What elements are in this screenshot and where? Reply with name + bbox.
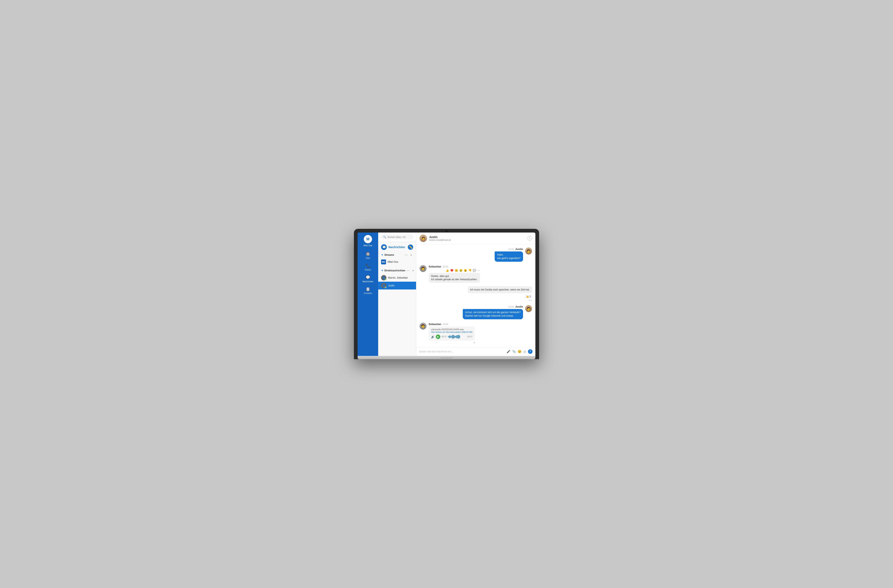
reaction-chat-icon[interactable]: 💬	[473, 269, 476, 272]
msg-content-justin-2: 10:54 Justin Achso, sie kümmert sich um …	[463, 305, 523, 319]
compose-button[interactable]: ✏️	[408, 244, 413, 250]
voice-note: voicenote-20220218114420.wav Hier klicke…	[428, 327, 475, 340]
sidebar-label-start: Start	[365, 257, 370, 259]
msg-bubble-justin-1: Hallo,wie geht's eigentlich?	[495, 252, 523, 262]
reaction-thumbsup-icon[interactable]: 👍	[446, 269, 449, 272]
chat-header-actions: i	[528, 236, 532, 240]
reaction-thumbsdown-icon[interactable]: 👎	[468, 269, 472, 272]
dm-add-button[interactable]: +	[411, 268, 415, 273]
microphone-button[interactable]: 🎤	[507, 350, 511, 353]
info-button[interactable]: i	[528, 236, 532, 240]
chat-input-area: 🎤 📎 😊 @ ?	[416, 347, 535, 356]
reaction-sad-icon[interactable]: 😢	[459, 269, 463, 272]
dm-section-header: ▼ Direktnachrichten ⋯ +	[378, 267, 416, 274]
app-logo-letter: M	[367, 237, 370, 242]
msg-avatar-sebastian-voice: 🧑	[419, 322, 427, 330]
reaction-heart-icon[interactable]: ❤️	[450, 269, 454, 272]
msg-sender-sebastian-voice: Sebastian	[428, 322, 441, 326]
search-bar: 🔍	[378, 232, 416, 242]
laptop-base	[358, 356, 535, 359]
sidebar-label-telefon: Telefon	[365, 269, 371, 271]
reaction-more-icon[interactable]: ⋯	[477, 269, 480, 272]
streams-more-button[interactable]: ⋯	[404, 253, 408, 257]
msg-meta-sebastian-1: Sebastian 10:54	[428, 265, 480, 268]
chat-header: 🧑 Justin meine-email@mail.de i	[416, 232, 535, 244]
sidebar-item-start[interactable]: 🏠 Start	[358, 250, 378, 261]
stream-item-mitelone[interactable]: MO Mitel One	[378, 258, 416, 266]
standalone-message-wrapper: Ich muss mit Cecilia noch sprechen, wenn…	[419, 286, 532, 302]
search-wrapper[interactable]: 🔍	[381, 235, 413, 240]
app-container: M Mitel One 🏠 Start 📞 Telefon 💬 Nachrich…	[358, 232, 535, 356]
message-input[interactable]	[419, 350, 505, 353]
msg-avatar-justin-1: 🧑	[525, 248, 532, 255]
chat-bubble-icon: 💬	[382, 246, 386, 249]
search-input[interactable]	[388, 236, 411, 238]
sidebar: M Mitel One 🏠 Start 📞 Telefon 💬 Nachrich…	[358, 232, 378, 356]
help-button[interactable]: ?	[528, 349, 532, 354]
msg-sender-sebastian-1: Sebastian	[428, 265, 441, 268]
streams-chevron-icon: ▼	[381, 254, 383, 256]
attachment-button[interactable]: 📎	[512, 350, 516, 353]
justin-face-1: 🧑	[525, 248, 532, 255]
msg-bubble-justin-2: Achso, sie kümmert sich um die ganzen Ve…	[463, 309, 523, 319]
chat-messages: 🧑 10:53 Justin Hallo,wie geht's eigentli…	[416, 244, 535, 347]
dm-actions: ⋯ +	[406, 268, 415, 273]
reaction-surprised-icon[interactable]: 😮	[464, 269, 467, 272]
message-row-sebastian-voice: 🧑 Sebastian 10:55 voicenote-202202181144…	[419, 322, 532, 344]
dm-title: Direktnachrichten	[384, 269, 405, 272]
voice-note-download-link[interactable]: Hier klicken um Herunterzuladen (696,04 …	[431, 331, 472, 333]
msg-bubble-sebastian-1: Danke, alles gut.Ich arbeite gerade an d…	[428, 273, 480, 283]
msg-avatar-justin-2: 🧑	[525, 305, 532, 312]
message-row-sebastian-1: 🧑 Sebastian 10:54 👍 ❤️ 😊	[419, 265, 532, 283]
streams-title: Streams	[384, 254, 403, 256]
voice-play-button[interactable]: ▶	[436, 334, 440, 339]
voice-end-time: 00:07	[467, 336, 472, 338]
search-icon: 🔍	[383, 236, 386, 238]
sidebar-app-name: Mitel One	[364, 244, 373, 247]
streams-section-header: ▼ Streams ⋯ +	[378, 252, 416, 258]
sidebar-item-kontakte[interactable]: 📋 Kontakte	[358, 285, 378, 296]
voice-start-time: 00:07	[442, 336, 447, 338]
justin-avatar-face: 🧑	[419, 235, 427, 242]
message-row-justin-1: 🧑 10:53 Justin Hallo,wie geht's eigentli…	[419, 248, 532, 262]
sidebar-nav: 🏠 Start 📞 Telefon 💬 Nachrichten 📋 Kontak…	[358, 250, 378, 296]
streams-add-button[interactable]: +	[409, 253, 413, 257]
msg-meta-justin-2: 10:54 Justin	[463, 305, 523, 308]
dm-name-marvin: Marvin, Sebastian	[388, 276, 408, 279]
standalone-actions: 👍 1	[525, 294, 532, 298]
laptop-screen: M Mitel One 🏠 Start 📞 Telefon 💬 Nachrich…	[358, 232, 535, 356]
message-row-justin-2: 🧑 10:54 Justin Achso, sie kümmert sich u…	[419, 305, 532, 319]
home-icon: 🏠	[365, 252, 370, 256]
chat-header-info: Justin meine-email@mail.de	[429, 236, 528, 241]
sidebar-label-nachrichten: Nachrichten	[362, 280, 373, 283]
dm-more-button[interactable]: ⋯	[406, 268, 410, 273]
dm-item-marvin-sebastian[interactable]: 👤 Marvin, Sebastian	[378, 274, 416, 282]
middle-panel: 🔍 💬 Nachrichten ✏️ ▼ Streams	[378, 232, 416, 356]
phone-icon: 📞	[365, 263, 370, 268]
msg-content-sebastian-1: Sebastian 10:54 👍 ❤️ 😊 😢 😮 👎	[428, 265, 480, 283]
reaction-badge-thumbsup: 👍 1	[525, 295, 532, 298]
reaction-laugh-icon[interactable]: 😊	[455, 269, 458, 272]
sidebar-item-nachrichten[interactable]: 💬 Nachrichten	[358, 273, 378, 284]
seen-indicator: ✓✓	[528, 299, 532, 302]
sidebar-item-telefon[interactable]: 📞 Telefon	[358, 262, 378, 273]
msg-meta-justin-1: 10:53 Justin	[495, 248, 523, 250]
voice-note-player: 🔊 ▶ 00:07	[431, 334, 472, 339]
contacts-icon: 📋	[365, 287, 370, 291]
laptop-shell: M Mitel One 🏠 Start 📞 Telefon 💬 Nachrich…	[354, 229, 539, 359]
at-mention-button[interactable]: @	[523, 350, 526, 353]
chat-header-email: meine-email@mail.de	[429, 239, 528, 241]
dm-chevron-icon: ▼	[381, 269, 383, 272]
webcam-notch	[445, 230, 448, 232]
chat-panel: 🧑 Justin meine-email@mail.de i	[416, 232, 535, 356]
dm-item-justin[interactable]: 👤 Justin	[378, 282, 416, 290]
voice-waveform	[448, 335, 466, 339]
voice-note-filename: voicenote-20220218114420.wav	[431, 328, 472, 331]
dm-status-online-justin	[385, 286, 386, 288]
msg-content-justin-1: 10:53 Justin Hallo,wie geht's eigentlich…	[495, 248, 523, 262]
chat-header-name: Justin	[429, 236, 528, 239]
emoji-button[interactable]: 😊	[518, 350, 522, 353]
msg-avatar-sebastian-1: 🧑	[419, 265, 427, 272]
voice-seen-indicator: ●	[428, 341, 475, 344]
dm-status-online-marvin	[385, 279, 386, 280]
